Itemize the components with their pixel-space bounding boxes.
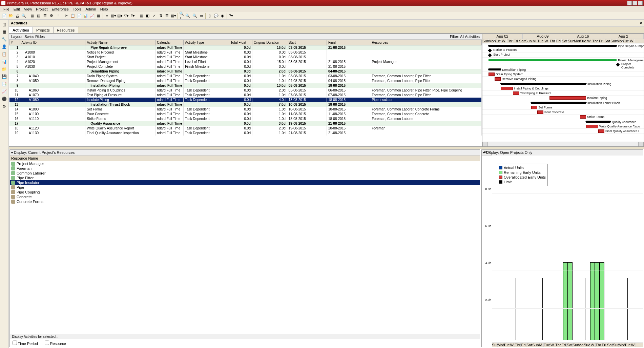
resource-row[interactable]: Concrete Forms [10,199,480,204]
resource-checkbox[interactable]: Resource [45,341,66,346]
time-period-checkbox[interactable]: Time Period [13,341,38,346]
copy-icon[interactable]: 📋 [70,13,76,19]
side-icon[interactable]: 📋 [1,51,7,58]
activity-row[interactable]: 9-Installation Pipingndard Full Time0.0d… [9,83,482,88]
tool-icon[interactable]: 📈 [89,13,95,19]
col-header[interactable]: Original Duration [252,40,287,45]
tool-icon[interactable]: 📊 [83,13,89,19]
activity-row[interactable]: 19 A1130Final Quality Assurance Inspecti… [9,131,482,136]
activity-table[interactable]: Layout: Swiss Rides Filter: All Activiti… [9,34,482,147]
activity-row[interactable]: 6-Demolition Pipingndard Full Time0.0d2.… [9,69,482,74]
activity-row[interactable]: 11 A1070Test Piping at Pressurendard Ful… [9,93,482,98]
gantt-chart[interactable]: Aug 02Aug 09Aug 16Aug 2 SunMonTueWThrFri… [482,34,644,147]
side-icon[interactable]: 💾 [1,73,7,80]
open-icon[interactable]: 📂 [8,13,14,19]
tool-icon[interactable]: ▤▾ [117,13,123,19]
tool-icon[interactable]: ◉ [220,13,226,19]
activity-row[interactable]: 3 A1010Start Projectndard Full TimeStart… [9,55,482,60]
side-icon[interactable]: ▦ [1,28,7,35]
activity-row[interactable]: 14 A1090Set Formsndard Full TimeTask Dep… [9,107,482,112]
activity-row[interactable]: 1-Pipe Repair & Improvendard Full Time0.… [9,45,482,50]
resource-display-bar[interactable]: ▾ Display: Current Project's Resources [10,150,480,156]
side-icon[interactable]: 👤 [1,43,7,50]
zoom-in-icon[interactable]: 🔍+ [179,13,185,19]
tool-icon[interactable]: ☷ [164,13,170,19]
tool-icon[interactable]: ≡ [104,13,110,19]
menu-tools[interactable]: Tools [71,6,84,12]
resource-row[interactable]: Pipe Fitter [10,176,480,180]
paste-icon[interactable]: 📄 [76,13,82,19]
resource-row[interactable]: Common Laborer [10,171,480,176]
activity-row[interactable]: 17-Quality Assurancendard Full Time0.0d3… [9,121,482,126]
menu-admin[interactable]: Admin [83,6,98,12]
hist-display-bar[interactable]: ▾ Display: Open Projects Only [482,150,643,156]
activity-row[interactable]: 13-Installation Thrust Blockndard Full T… [9,102,482,107]
col-header[interactable]: Activity ID [20,40,85,45]
col-header[interactable]: Start [287,40,327,45]
close-button[interactable]: × [638,1,643,5]
tab-activities[interactable]: Activities [9,27,33,33]
filter-icon[interactable]: ▽▾ [123,13,129,19]
activity-row[interactable]: 4 A1020Project Managementndard Full Time… [9,60,482,64]
gantt-scroll[interactable] [482,142,644,146]
cut-icon[interactable]: ✂ [63,13,69,19]
tool-icon[interactable]: ⇅ [158,13,164,19]
resource-row[interactable]: Concrete [10,195,480,199]
zoom-fit-icon[interactable]: 🔍 [192,13,198,19]
activity-row[interactable]: 5 A1030Project Completendard Full TimeFi… [9,64,482,69]
col-header[interactable]: # [9,40,20,45]
tool-icon[interactable]: ☰ [42,13,48,19]
menu-file[interactable]: File [1,6,12,12]
tool-icon[interactable]: #▾ [130,13,136,19]
menu-view[interactable]: View [22,6,34,12]
activity-row[interactable]: 8 A1050Remove Damaged Pipingndard Full T… [9,79,482,83]
activity-row[interactable]: 2 A1000Notice to Proceedndard Full TimeS… [9,50,482,55]
close-panel-icon[interactable]: × [640,21,642,25]
side-icon[interactable]: 🔧 [1,36,7,43]
activity-row[interactable]: 12 A1080Insulate Pipingndard Full TimeTa… [9,98,482,102]
side-icon[interactable]: 📑 [1,81,7,87]
resource-row[interactable]: Pipe Coupling [10,190,480,195]
tab-resources[interactable]: Resources [53,27,79,33]
resource-row[interactable]: Foreman [10,166,480,171]
activity-row[interactable]: 18 A1120Write Quality Assurance Reportnd… [9,126,482,131]
side-icon[interactable]: 📊 [1,58,7,65]
side-icon[interactable]: ⚙ [1,103,7,110]
menu-project[interactable]: Project [34,6,49,12]
activity-row[interactable]: 16 A1110Strike Formsndard Full TimeTask … [9,117,482,121]
side-icon[interactable]: ⚫ [1,96,7,102]
tool-icon[interactable]: ▥▾ [110,13,117,19]
side-icon[interactable]: 📁 [1,66,7,73]
layout-label[interactable]: Layout: Swiss Rides [11,35,45,39]
resource-row[interactable]: Pipe [10,185,480,190]
tool-icon[interactable]: 💬 [213,13,219,19]
tool-icon[interactable]: ⚙ [48,13,55,19]
histogram-chart[interactable]: Actual UnitsRemaining Early UnitsOverall… [482,156,643,347]
activity-row[interactable]: 15 A1100Pour Concretendard Full TimeTask… [9,112,482,117]
zoom-out-icon[interactable]: 🔍- [185,13,191,19]
menu-help[interactable]: Help [98,6,110,12]
minimize-button[interactable]: _ [627,1,632,5]
col-header[interactable]: Resources [370,40,482,45]
tool-icon[interactable]: ⋮ [55,13,61,19]
side-icon[interactable]: 📈 [1,88,7,95]
help-icon[interactable]: ?▾ [228,13,234,19]
tool-icon[interactable]: ▭ [198,13,204,19]
side-icon[interactable]: ◫ [1,21,7,28]
tool-icon[interactable]: ▯ [207,13,213,19]
maximize-button[interactable]: □ [632,1,637,5]
tool-icon[interactable]: ▦▾ [170,13,176,19]
tool-icon[interactable]: ◧ [145,13,151,19]
activity-row[interactable]: 7 A1040Drain Piping Systemndard Full Tim… [9,74,482,79]
tool-icon[interactable]: ✓ [151,13,157,19]
tool-icon[interactable]: ▦ [138,13,144,19]
tab-projects[interactable]: Projects [33,27,54,33]
resource-row[interactable]: Pipe Insulator [10,180,480,185]
menu-enterprise[interactable]: Enterprise [50,6,71,12]
tool-icon[interactable]: ▦ [29,13,35,19]
new-icon[interactable]: 📄 [1,13,7,19]
tool-icon[interactable]: ▦ [96,13,102,19]
col-header[interactable]: Total Float [229,40,252,45]
menu-edit[interactable]: Edit [12,6,22,12]
col-header[interactable]: Activity Name [85,40,155,45]
